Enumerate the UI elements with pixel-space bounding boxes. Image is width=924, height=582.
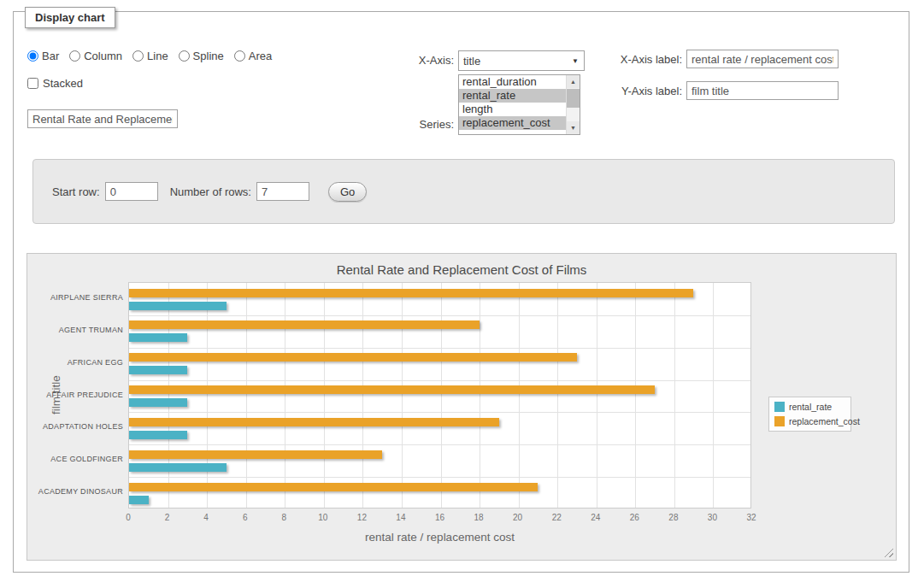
series-list-label: Series: bbox=[373, 118, 454, 131]
chart-type-area[interactable]: Area bbox=[234, 50, 272, 62]
series-listbox[interactable]: rental_durationrental_ratelengthreplacem… bbox=[458, 74, 580, 135]
scroll-up-icon[interactable]: ▲ bbox=[567, 75, 580, 88]
scroll-down-icon[interactable]: ▼ bbox=[567, 121, 580, 134]
legend-item-replacement_cost: replacement_cost bbox=[774, 416, 845, 426]
x-axis-label-field-label: X-Axis label: bbox=[603, 53, 682, 66]
x-axis-select[interactable]: title bbox=[458, 50, 585, 71]
gridline-vertical bbox=[713, 283, 714, 508]
gridline-vertical bbox=[168, 283, 169, 508]
gridline-horizontal bbox=[129, 315, 750, 316]
scrollbar-thumb[interactable] bbox=[567, 89, 580, 108]
chart-type-label: Line bbox=[147, 50, 168, 62]
gridline-vertical bbox=[441, 283, 442, 508]
gridline-horizontal bbox=[129, 380, 750, 381]
series-option-rental_duration[interactable]: rental_duration bbox=[459, 75, 566, 89]
x-axis-title: rental rate / replacement cost bbox=[128, 531, 751, 544]
x-tick-label: 30 bbox=[699, 513, 725, 522]
go-button[interactable]: Go bbox=[328, 182, 367, 202]
bar-rental_rate bbox=[129, 333, 187, 342]
listbox-scrollbar[interactable]: ▲ ▼ bbox=[566, 75, 580, 134]
chart-type-label: Bar bbox=[42, 50, 59, 62]
series-option-replacement_cost[interactable]: replacement_cost bbox=[459, 116, 566, 130]
x-tick-label: 16 bbox=[427, 513, 453, 522]
chart-type-radios: BarColumnLineSplineArea bbox=[27, 50, 272, 62]
chart-type-radio-spline[interactable] bbox=[179, 50, 190, 62]
gridline-vertical bbox=[674, 283, 675, 508]
category-label: AFRICAN EGG bbox=[27, 358, 123, 367]
gridline-horizontal bbox=[129, 444, 750, 445]
x-tick-label: 20 bbox=[505, 513, 531, 522]
display-chart-fieldset: Display chart BarColumnLineSplineArea St… bbox=[13, 11, 909, 573]
gridline-vertical bbox=[285, 283, 285, 508]
chart-canvas: Rental Rate and Replacement Cost of Film… bbox=[26, 253, 897, 561]
y-axis-label-field-label: Y-Axis label: bbox=[603, 85, 682, 97]
legend-label: replacement_cost bbox=[789, 416, 860, 426]
resize-grip-icon[interactable] bbox=[884, 548, 893, 557]
row-range-fieldset: Start row: Number of rows: Go bbox=[32, 159, 895, 224]
series-option-rental_rate[interactable]: rental_rate bbox=[459, 89, 566, 103]
stacked-option[interactable]: Stacked bbox=[27, 77, 83, 90]
gridline-vertical bbox=[635, 283, 636, 508]
gridline-vertical bbox=[402, 283, 403, 508]
bar-replacement_cost bbox=[129, 289, 693, 297]
bar-rental_rate bbox=[129, 431, 187, 439]
chart-legend: rental_ratereplacement_cost bbox=[768, 397, 851, 432]
gridline-vertical bbox=[597, 283, 597, 508]
display-chart-legend: Display chart bbox=[25, 7, 115, 28]
x-axis-select-label: X-Axis: bbox=[373, 54, 454, 67]
gridline-horizontal bbox=[129, 477, 750, 478]
legend-swatch bbox=[774, 416, 785, 426]
legend-label: rental_rate bbox=[789, 402, 832, 412]
series-option-length[interactable]: length bbox=[459, 103, 566, 116]
x-tick-label: 10 bbox=[310, 513, 336, 522]
x-tick-label: 6 bbox=[232, 513, 258, 522]
category-label: ACADEMY DINOSAUR bbox=[27, 487, 123, 496]
category-label: ADAPTATION HOLES bbox=[27, 422, 123, 431]
chart-type-label: Column bbox=[84, 50, 122, 62]
gridline-vertical bbox=[480, 283, 480, 508]
x-tick-label: 32 bbox=[739, 513, 764, 522]
bar-replacement_cost bbox=[129, 450, 382, 459]
plot-area bbox=[128, 282, 751, 509]
x-tick-label: 28 bbox=[661, 513, 686, 522]
bar-rental_rate bbox=[129, 398, 187, 407]
bar-replacement_cost bbox=[129, 320, 480, 329]
chart-type-column[interactable]: Column bbox=[69, 50, 122, 62]
chart-type-label: Area bbox=[249, 50, 272, 62]
bar-replacement_cost bbox=[129, 385, 655, 394]
chart-type-radio-area[interactable] bbox=[234, 50, 245, 62]
x-axis-select-wrap: title ▼ bbox=[458, 50, 585, 71]
legend-item-rental_rate: rental_rate bbox=[774, 402, 845, 412]
x-tick-label: 8 bbox=[271, 513, 297, 522]
gridline-vertical bbox=[207, 283, 208, 508]
chart-type-label: Spline bbox=[193, 50, 224, 62]
bar-rental_rate bbox=[129, 463, 227, 472]
series-options: rental_durationrental_ratelengthreplacem… bbox=[459, 75, 580, 130]
gridline-vertical bbox=[324, 283, 325, 508]
chart-type-radio-column[interactable] bbox=[69, 50, 80, 62]
x-tick-label: 0 bbox=[115, 513, 141, 522]
chart-type-line[interactable]: Line bbox=[132, 50, 168, 62]
category-label: AFFAIR PREJUDICE bbox=[27, 391, 123, 399]
chart-title: Rental Rate and Replacement Cost of Film… bbox=[27, 262, 896, 277]
chart-type-radio-line[interactable] bbox=[132, 50, 144, 62]
chart-title-input[interactable] bbox=[27, 109, 178, 128]
number-of-rows-input[interactable] bbox=[256, 182, 309, 201]
gridline-vertical bbox=[362, 283, 363, 508]
bar-replacement_cost bbox=[129, 353, 577, 362]
gridline-vertical bbox=[519, 283, 520, 508]
bar-rental_rate bbox=[129, 366, 187, 374]
gridline-horizontal bbox=[129, 348, 750, 349]
x-tick-label: 18 bbox=[466, 513, 491, 522]
y-axis-label-input[interactable] bbox=[686, 81, 839, 100]
category-label: ACE GOLDFINGER bbox=[27, 455, 123, 463]
x-axis-label-input[interactable] bbox=[686, 50, 839, 68]
x-tick-label: 14 bbox=[388, 513, 414, 522]
chart-type-radio-bar[interactable] bbox=[27, 50, 38, 62]
x-tick-label: 26 bbox=[621, 513, 647, 522]
stacked-checkbox[interactable] bbox=[27, 78, 38, 89]
chart-type-spline[interactable]: Spline bbox=[179, 50, 224, 62]
start-row-input[interactable] bbox=[105, 182, 158, 201]
x-tick-label: 12 bbox=[349, 513, 374, 522]
chart-type-bar[interactable]: Bar bbox=[27, 50, 59, 62]
